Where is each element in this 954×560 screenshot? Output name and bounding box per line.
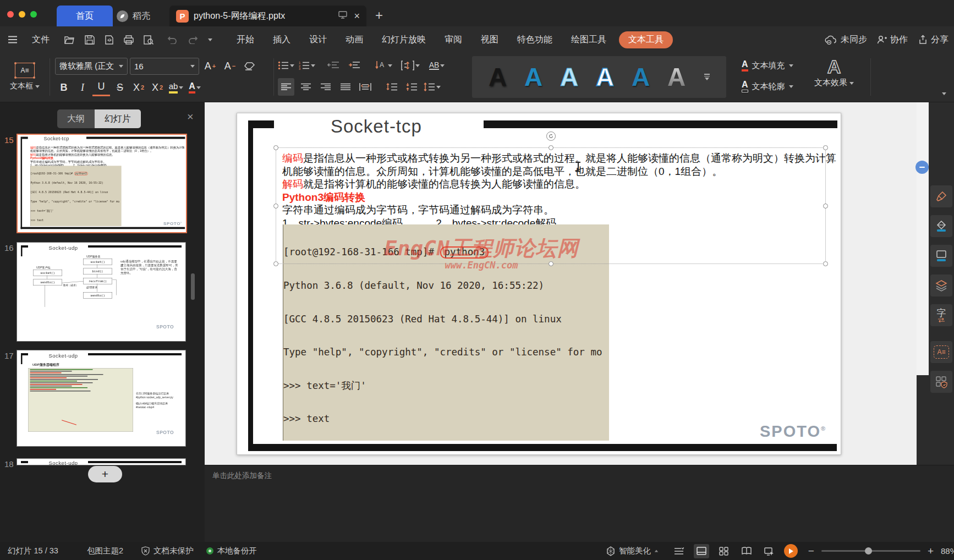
resize-handle-bottom-right[interactable] [823,261,828,266]
resize-handle-top[interactable] [549,145,553,150]
zoom-slider[interactable] [821,550,920,552]
print-preview-icon[interactable] [144,35,153,45]
text-convert-button[interactable]: 字 [930,304,952,326]
apps-security-button[interactable] [930,371,952,393]
align-left-button[interactable] [278,78,294,96]
line-height-button[interactable] [423,78,441,96]
justify-button[interactable] [337,78,354,96]
notes-placeholder[interactable]: 单击此处添加备注 [212,471,272,481]
text-fill-button[interactable]: A 文本填充 [742,60,793,72]
collapse-panel-button[interactable] [915,161,929,174]
resize-handle-bottom[interactable] [549,261,553,266]
share-button[interactable]: 分享 [918,34,948,46]
notes-panel[interactable]: 单击此处添加备注 [205,465,954,542]
document-protection-status[interactable]: 文档未保护 [141,546,194,556]
slide-sorter-button[interactable] [716,544,732,558]
decrease-indent-button[interactable] [325,57,342,74]
paragraph-spacing-decrease-button[interactable] [403,78,420,96]
open-icon[interactable] [64,35,75,45]
close-window-button[interactable] [7,11,14,18]
font-size-select[interactable]: 16 [130,58,199,75]
font-name-select[interactable]: 微软雅黑 (正文 [55,58,128,75]
menu-animation[interactable]: 动画 [336,34,372,46]
strikethrough-button[interactable]: S [111,78,129,97]
resize-handle-top-right[interactable] [823,145,828,150]
wordart-style-1[interactable]: A [489,64,507,90]
slide-page[interactable]: Socket-tcp 编码是指信息从一种形式或格式转换为另一种形式或格式的过程。… [237,113,841,455]
text-outline-button[interactable]: A 文本轮廓 [742,80,793,92]
collaborate-button[interactable]: 协作 [877,34,908,46]
zoom-in-button[interactable]: + [928,545,934,557]
undo-icon[interactable] [167,35,178,44]
slide-title[interactable]: Socket-tcp [331,116,422,137]
tab-docer[interactable]: 稻壳 [117,6,150,26]
new-tab-button[interactable]: + [375,8,383,23]
zoom-out-button[interactable]: − [808,545,814,557]
text-direction-button[interactable]: A [375,57,392,74]
smart-beautify-button[interactable]: 智能美化 [606,546,659,556]
tab-document[interactable]: P python-5-网络编程.pptx × [169,6,366,26]
wordart-style-2[interactable]: A [524,64,542,90]
paragraph-spacing-increase-button[interactable] [383,78,400,96]
panel-close-icon[interactable]: × [187,111,194,122]
theme-name[interactable]: 包图主题2 [87,546,123,556]
bullet-list-button[interactable] [278,57,294,74]
slide-thumbnail-17[interactable]: Socket-udp UDP服务器端程序 [17,350,186,447]
wordart-style-4[interactable]: A [596,64,614,90]
highlight-color-button[interactable]: ab [167,78,185,97]
ribbon-collapse-icon[interactable] [942,89,946,98]
notes-toggle-button[interactable] [671,544,687,558]
underline-button[interactable]: U [92,79,110,96]
menu-slideshow[interactable]: 幻灯片放映 [372,34,435,46]
slide-thumbnail-16[interactable]: Socket-udp UDP服务器 socket() bind() recvfr… [17,242,186,342]
redo-icon[interactable] [188,35,198,44]
textbox-button[interactable]: A≡ 文本框 [3,55,46,99]
line-spacing-button[interactable] [401,57,420,74]
output-icon[interactable] [105,35,114,45]
rotate-handle[interactable] [546,131,556,141]
tab-outline[interactable]: 大纲 [57,109,95,128]
wordart-style-5[interactable]: A [632,64,650,90]
text-effect-button[interactable]: A 文本效果 [814,57,854,88]
present-to-screen-icon[interactable] [338,11,347,21]
increase-indent-button[interactable] [346,57,363,74]
sidebar-scrollbar[interactable] [191,273,195,300]
textbox-selection-outline[interactable] [276,147,826,264]
numbered-list-button[interactable]: 123 [299,57,315,74]
add-slide-button[interactable]: + [88,466,122,482]
menu-drawing-tools[interactable]: 绘图工具 [562,34,616,46]
wordart-style-6[interactable]: A [667,64,686,90]
reading-view-button[interactable] [739,544,754,558]
tab-slides[interactable]: 幻灯片 [95,109,141,128]
resize-handle-right[interactable] [823,204,828,208]
slide-thumbnail-15[interactable]: Socket-tcp 编码是指信息从一种形式或格式转换为另一种形式或格式的过程。… [17,134,187,233]
resize-handle-left[interactable] [273,204,278,208]
slide-thumbnail-18[interactable]: Socket-udp [17,458,186,465]
sync-status[interactable]: 未同步 [824,34,867,46]
screen-share-button[interactable] [930,245,952,267]
minimize-window-button[interactable] [19,11,25,18]
print-icon[interactable] [124,35,134,45]
play-slideshow-button[interactable] [784,544,798,558]
shape-fill-button[interactable] [930,215,952,237]
hamburger-menu-icon[interactable] [8,36,18,43]
textbox-extract-button[interactable]: A≡ [930,341,952,363]
menu-special-features[interactable]: 特色功能 [508,34,562,46]
layers-button[interactable] [930,274,952,297]
bold-button[interactable]: B [55,78,73,97]
wordart-style-3[interactable]: A [560,64,578,90]
resize-handle-top-left[interactable] [273,145,278,150]
menu-insert[interactable]: 插入 [264,34,300,46]
decrease-font-button[interactable]: A− [221,57,239,75]
undo-redo-dropdown-icon[interactable] [208,39,212,41]
resize-handle-bottom-left[interactable] [273,261,278,266]
maximize-window-button[interactable] [30,11,37,18]
local-backup-status[interactable]: 本地备份开 [206,546,257,556]
menu-design[interactable]: 设计 [300,34,336,46]
increase-font-button[interactable]: A+ [201,57,219,75]
format-brush-button[interactable] [930,185,952,207]
zoom-slider-thumb[interactable] [865,547,872,554]
slideshow-settings-button[interactable] [761,544,777,558]
font-color-button[interactable]: A [186,78,204,97]
menu-review[interactable]: 审阅 [435,34,471,46]
